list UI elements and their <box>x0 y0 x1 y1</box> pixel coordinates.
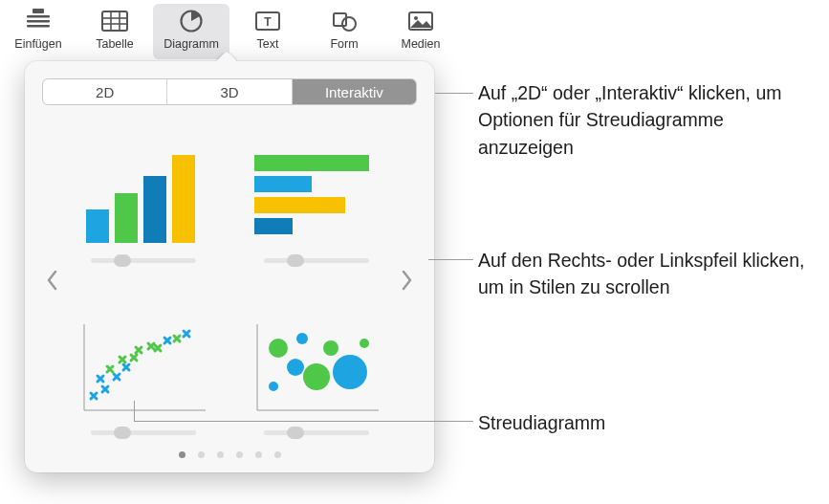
chart-style-grid-area <box>42 122 417 438</box>
toolbar-item-text[interactable]: T Text <box>229 4 306 59</box>
page-dot[interactable] <box>198 451 205 458</box>
annotation-arrows: Auf den Rechts- oder Linkspfeil klicken,… <box>478 247 813 301</box>
svg-rect-3 <box>33 9 44 13</box>
svg-rect-0 <box>27 15 50 18</box>
svg-point-76 <box>269 382 278 391</box>
svg-rect-22 <box>254 197 345 213</box>
toolbar-label: Medien <box>402 37 441 51</box>
svg-rect-4 <box>102 11 127 31</box>
toolbar-label: Tabelle <box>96 37 134 51</box>
toolbar-item-shape[interactable]: Form <box>306 4 382 59</box>
chart-option-bar[interactable] <box>244 122 388 266</box>
page-dot[interactable] <box>274 451 281 458</box>
svg-point-15 <box>414 16 418 20</box>
svg-rect-18 <box>143 176 166 243</box>
svg-rect-20 <box>254 155 369 171</box>
svg-rect-16 <box>86 209 109 243</box>
svg-rect-2 <box>27 25 50 28</box>
svg-point-72 <box>287 359 304 376</box>
svg-point-74 <box>323 340 338 356</box>
svg-rect-23 <box>254 218 293 234</box>
chart-icon <box>175 7 207 35</box>
svg-rect-19 <box>172 155 195 243</box>
toolbar-label: Diagramm <box>164 37 219 51</box>
media-icon <box>404 7 437 35</box>
svg-point-71 <box>296 333 308 344</box>
toolbar-label: Text <box>257 37 279 51</box>
svg-rect-1 <box>27 20 50 23</box>
svg-rect-17 <box>115 193 138 243</box>
annotation-tabs: Auf „2D“ oder „Interaktiv“ klicken, um O… <box>478 79 813 161</box>
toolbar-label: Form <box>330 37 358 51</box>
column-chart-thumb <box>76 142 210 243</box>
svg-point-75 <box>333 355 367 389</box>
leader-line <box>134 401 135 421</box>
chart-option-column[interactable] <box>71 122 215 266</box>
previous-style-arrow[interactable] <box>42 259 61 301</box>
slider-mini <box>91 254 196 266</box>
svg-point-13 <box>342 17 356 31</box>
svg-point-77 <box>360 339 369 348</box>
text-icon: T <box>251 7 284 35</box>
next-style-arrow[interactable] <box>398 259 417 301</box>
slider-mini <box>91 427 196 438</box>
svg-point-70 <box>269 339 288 358</box>
leader-line <box>435 93 473 94</box>
bubble-chart-thumb <box>250 315 383 415</box>
tab-3d[interactable]: 3D <box>167 79 292 104</box>
shape-icon <box>328 7 360 35</box>
table-icon <box>98 7 131 35</box>
chart-type-segmented-control: 2D 3D Interaktiv <box>42 78 417 105</box>
slider-mini <box>264 427 369 438</box>
leader-line <box>134 421 473 422</box>
page-dot[interactable] <box>179 451 185 458</box>
chart-popover: 2D 3D Interaktiv <box>25 61 434 472</box>
popover-arrow <box>216 53 237 63</box>
page-dot[interactable] <box>255 451 262 458</box>
scatter-chart-thumb <box>76 315 210 415</box>
chart-option-scatter[interactable] <box>71 295 215 438</box>
leader-line <box>428 259 473 260</box>
svg-rect-21 <box>254 176 312 192</box>
toolbar: Einfügen Tabelle Diagramm T Text Form Me… <box>0 0 829 59</box>
page-dot[interactable] <box>217 451 224 458</box>
toolbar-item-table[interactable]: Tabelle <box>76 4 153 59</box>
slider-mini <box>264 254 369 266</box>
tab-2d[interactable]: 2D <box>43 79 167 104</box>
toolbar-label: Einfügen <box>14 37 61 51</box>
chart-option-bubble[interactable] <box>244 295 388 438</box>
toolbar-item-chart[interactable]: Diagramm <box>153 4 229 59</box>
toolbar-item-media[interactable]: Medien <box>382 4 459 59</box>
svg-text:T: T <box>264 15 272 29</box>
annotation-scatter: Streudiagramm <box>478 409 605 436</box>
page-dot[interactable] <box>236 451 243 458</box>
insert-icon <box>22 7 55 35</box>
bar-chart-thumb <box>250 142 383 243</box>
toolbar-item-insert[interactable]: Einfügen <box>0 4 76 59</box>
tab-interactive[interactable]: Interaktiv <box>293 79 416 104</box>
page-indicator[interactable] <box>42 451 417 458</box>
svg-point-73 <box>303 363 330 390</box>
